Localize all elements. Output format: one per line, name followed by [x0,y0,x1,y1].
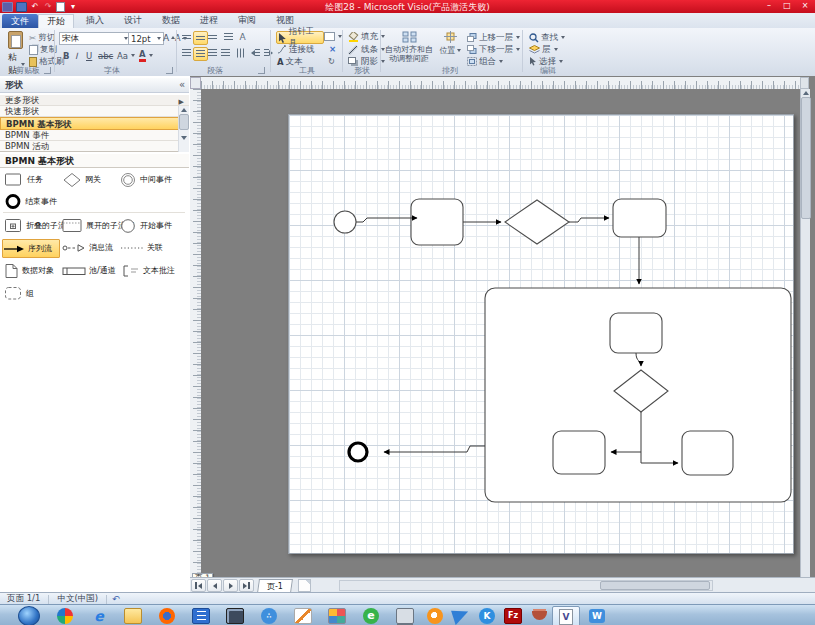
columns-button[interactable] [234,47,247,59]
tab-file[interactable]: 文件 [2,14,38,28]
taskbar-notes-app[interactable] [224,607,246,624]
stencil-tab-quick-shapes[interactable]: 快速形状 [0,106,189,117]
taskbar-visio-active[interactable]: V [552,606,580,625]
stencil-list-scrollbar[interactable] [178,106,189,152]
taskbar-green-browser[interactable]: e [360,607,382,624]
taskbar-internet-explorer[interactable]: e [88,607,110,624]
task-shape-1[interactable] [411,199,463,245]
tab-insert[interactable]: 插入 [78,14,112,27]
send-backward-button[interactable]: 下移一层 [466,44,521,55]
horizontal-scrollbar-thumb[interactable] [600,581,710,590]
taskbar-filezilla[interactable]: Fz [502,607,524,624]
stencil-item-text-annotation[interactable]: 文本批注 [120,262,186,279]
clipboard-dialog-launcher[interactable] [44,67,51,74]
auto-align-button[interactable]: 自动对齐和自动调整间距 [384,31,434,63]
stencil-tab-bpmn-events[interactable]: BPMN 事件 [0,130,189,141]
maximize-button[interactable]: □ [780,0,794,11]
taskbar-k-app[interactable]: K [476,607,498,624]
scroll-down-icon[interactable] [181,136,187,140]
stencil-item-group[interactable]: 组 [4,285,44,302]
taskbar-search-app[interactable] [424,607,446,624]
stencil-item-gateway[interactable]: 网关 [62,171,116,188]
taskbar-design-tool[interactable] [292,607,314,624]
stencil-item-collapsed-subprocess[interactable]: 折叠的子流程 [4,217,60,234]
increase-indent-button[interactable] [262,47,275,59]
font-family-combo[interactable]: 宋体 [59,32,131,45]
stencil-item-intermediate-event[interactable]: 中间事件 [120,171,186,188]
cut-button[interactable]: ✂剪切 [28,32,56,43]
stencil-item-start-event[interactable]: 开始事件 [120,217,186,234]
font-size-combo[interactable]: 12pt [128,32,164,45]
insert-page-button[interactable] [298,579,311,592]
stencil-item-message-flow[interactable]: 消息流 [62,239,118,256]
tab-data[interactable]: 数据 [154,14,188,27]
connector-container-to-end-event[interactable] [384,446,485,452]
first-page-button[interactable] [191,579,206,592]
stencil-item-expanded-subprocess[interactable]: 展开的子流程 [62,217,118,234]
connector-tool-button[interactable]: 连接线 [276,44,316,55]
tab-process[interactable]: 进程 [192,14,226,27]
scroll-up-icon[interactable] [803,91,809,95]
align-top-button[interactable] [180,31,193,43]
font-color-button[interactable]: A [138,50,154,61]
start-event-shape[interactable] [334,211,356,233]
align-bottom-button[interactable] [206,31,219,43]
taskbar-thunder-app[interactable] [450,607,472,624]
status-macro-icon[interactable]: ↶ [112,595,122,604]
find-button[interactable]: 查找 [528,32,566,43]
inner-task-shape-top[interactable] [610,313,662,353]
bring-forward-button[interactable]: 上移一层 [466,32,521,43]
layers-button[interactable]: 层 [528,44,559,55]
collapse-panel-icon[interactable]: « [179,78,185,92]
taskbar-share-app[interactable]: ∴ [258,607,280,624]
position-button[interactable]: 位置 [438,31,462,56]
stencil-item-end-event[interactable]: 结束事件 [4,193,74,210]
font-dialog-launcher[interactable] [166,67,173,74]
decrease-indent-button[interactable] [249,47,262,59]
paste-button[interactable]: 粘贴 [5,31,25,61]
tab-design[interactable]: 设计 [116,14,150,27]
vertical-scrollbar[interactable] [800,89,810,577]
stencil-item-pool-lane[interactable]: 池/通道 [62,262,120,279]
close-button[interactable]: × [798,0,812,11]
stencil-item-data-object[interactable]: 数据对象 [4,262,64,279]
gateway-shape-1[interactable] [505,200,569,244]
scroll-up-icon[interactable] [181,108,187,112]
last-page-button[interactable] [239,579,254,592]
align-left-button[interactable] [180,47,193,59]
page-tab[interactable]: 页-1 [257,579,293,593]
taskbar-media-list-app[interactable] [190,607,212,624]
next-page-button[interactable] [223,579,238,592]
taskbar-grid-app[interactable] [326,607,348,624]
connector-gateway-to-task2[interactable] [569,218,609,222]
group-button[interactable]: 组合 [466,56,504,67]
justify-button[interactable] [219,47,232,59]
paragraph-dialog-launcher[interactable] [258,67,265,74]
text-direction-button[interactable]: A [236,31,249,43]
tab-review[interactable]: 审阅 [230,14,264,27]
end-event-shape[interactable] [349,443,367,461]
change-case-button[interactable]: Aa [116,50,136,61]
taskbar-remote-desktop[interactable] [394,607,416,624]
pointer-tool-button[interactable]: 指针工具 [276,31,324,44]
connector-start-to-task1[interactable] [356,218,417,222]
start-button[interactable] [18,607,40,624]
task-shape-2[interactable] [613,199,666,237]
rectangle-tool-button[interactable] [323,31,343,42]
inner-task-shape-left[interactable] [553,431,605,474]
stencil-item-task[interactable]: 任务 [4,171,58,188]
italic-button[interactable]: I [74,50,79,61]
stencil-item-sequence-flow[interactable]: 序列流 [2,239,60,258]
rotate-tool-button[interactable]: ↻ [327,55,336,66]
taskbar-wps-writer[interactable]: W [586,607,608,624]
taskbar-mail-boat-app[interactable] [528,607,550,624]
underline-button[interactable]: U [85,50,93,61]
scrollbar-thumb[interactable] [179,114,189,130]
bullets-button[interactable] [222,31,235,43]
previous-page-button[interactable] [207,579,222,592]
tab-home[interactable]: 开始 [38,14,74,29]
stencil-tab-bpmn-basic[interactable]: BPMN 基本形状 [0,117,189,130]
stencil-item-association[interactable]: 关联 [120,239,186,256]
drawing-workspace[interactable] [201,89,800,577]
taskbar-firefox[interactable] [156,607,178,624]
